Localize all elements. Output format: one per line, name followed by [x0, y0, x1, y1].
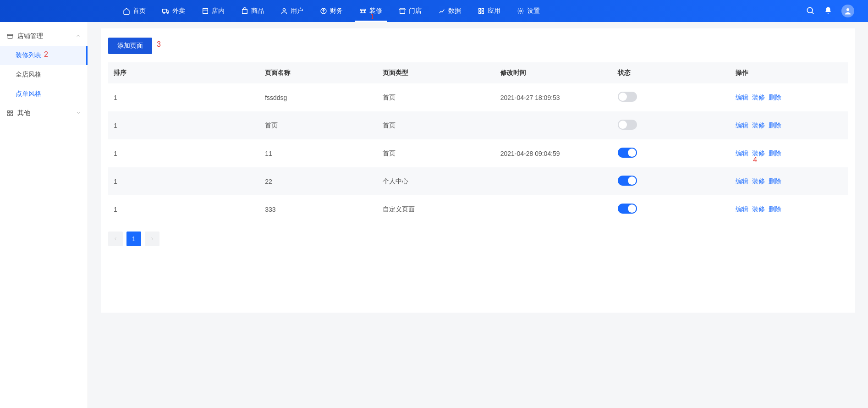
svg-rect-11: [479, 11, 481, 13]
chevron-down-icon: [76, 110, 81, 117]
op-delete[interactable]: 删除: [769, 121, 781, 129]
cell-type: 首页: [377, 83, 495, 111]
svg-point-5: [283, 9, 285, 11]
table-row: 1fssddsg首页2021-04-27 18:09:53编辑装修删除: [108, 83, 848, 111]
op-edit[interactable]: 编辑: [736, 121, 748, 129]
bell-icon[interactable]: [824, 6, 832, 16]
cell-time: 2021-04-28 09:04:59: [495, 139, 613, 167]
nav-user[interactable]: 用户: [272, 0, 312, 22]
table-row: 1首页首页编辑装修删除: [108, 111, 848, 139]
th-time: 修改时间: [495, 62, 613, 83]
store-mgmt-icon: [6, 33, 14, 40]
svg-rect-19: [11, 111, 12, 113]
sidebar-group-other[interactable]: 其他: [0, 104, 88, 123]
main-panel: 添加页面 3 排序 页面名称 页面类型 修改时间 状态 操作 1fssddsg首…: [101, 28, 855, 313]
cell-status: [612, 83, 730, 111]
op-delete[interactable]: 删除: [769, 94, 781, 101]
th-sort: 排序: [108, 62, 259, 83]
decor-icon: [359, 7, 367, 15]
cell-sort: 1: [108, 83, 259, 111]
nav-delivery[interactable]: 外卖: [154, 0, 193, 22]
pagination: 1: [108, 232, 848, 246]
status-toggle[interactable]: [618, 176, 637, 186]
op-edit[interactable]: 编辑: [736, 94, 748, 101]
cell-time: 2021-04-27 18:09:53: [495, 83, 613, 111]
shop-icon: [399, 7, 406, 15]
sidebar-item-store-style[interactable]: 全店风格: [0, 65, 88, 84]
op-decor[interactable]: 装修: [752, 177, 765, 185]
search-icon[interactable]: [806, 6, 815, 17]
annotation-2: 2: [44, 50, 48, 59]
top-nav-items: 首页 外卖 店内 商品 用户 财务 装修 1 门店: [115, 0, 548, 22]
op-decor[interactable]: 装修: [752, 94, 765, 101]
nav-label: 装修: [369, 7, 382, 15]
nav-decor[interactable]: 装修 1: [351, 0, 390, 22]
sidebar-group-label: 店铺管理: [17, 32, 43, 40]
th-name: 页面名称: [259, 62, 377, 83]
op-delete[interactable]: 删除: [769, 205, 781, 213]
op-edit[interactable]: 编辑: [736, 177, 748, 185]
op-delete[interactable]: 删除: [769, 149, 781, 157]
nav-finance[interactable]: 财务: [312, 0, 351, 22]
sidebar-item-decor-list[interactable]: 装修列表 2: [0, 46, 88, 65]
nav-settings[interactable]: 设置: [509, 0, 548, 22]
cell-status: [612, 111, 730, 139]
status-toggle[interactable]: [618, 92, 637, 102]
annotation-4: 4: [753, 156, 757, 164]
nav-apps[interactable]: 应用: [469, 0, 509, 22]
svg-point-1: [164, 12, 165, 14]
topbar-right: [806, 0, 854, 22]
chevron-left-icon: [113, 236, 118, 242]
top-navbar: 首页 外卖 店内 商品 用户 财务 装修 1 门店: [0, 0, 868, 22]
sidebar-group-store[interactable]: 店铺管理: [0, 27, 88, 46]
add-page-button[interactable]: 添加页面: [108, 38, 152, 54]
cell-sort: 1: [108, 167, 259, 195]
svg-rect-7: [360, 9, 366, 11]
svg-point-2: [167, 12, 169, 14]
cell-sort: 1: [108, 139, 259, 167]
nav-data[interactable]: 数据: [430, 0, 469, 22]
nav-label: 财务: [330, 7, 343, 15]
op-decor[interactable]: 装修: [752, 149, 765, 157]
home-icon: [123, 7, 130, 15]
svg-rect-12: [482, 11, 483, 13]
op-decor[interactable]: 装修: [752, 205, 765, 213]
cell-name: 11: [259, 139, 377, 167]
nav-shop[interactable]: 门店: [390, 0, 430, 22]
cell-ops: 编辑装修删除: [730, 167, 848, 195]
op-edit[interactable]: 编辑: [736, 149, 748, 157]
svg-point-15: [846, 8, 849, 11]
finance-icon: [320, 7, 327, 15]
status-toggle[interactable]: [618, 120, 637, 130]
cell-name: fssddsg: [259, 83, 377, 111]
nav-home[interactable]: 首页: [115, 0, 154, 22]
sidebar-item-order-style[interactable]: 点单风格: [0, 84, 88, 104]
nav-label: 首页: [133, 7, 146, 15]
status-toggle[interactable]: [618, 204, 637, 214]
pager-next[interactable]: [145, 232, 159, 246]
sidebar-item-label: 全店风格: [16, 71, 41, 78]
cell-name: 首页: [259, 111, 377, 139]
page-table: 排序 页面名称 页面类型 修改时间 状态 操作 1fssddsg首页2021-0…: [108, 62, 848, 223]
table-row: 122个人中心编辑装修删除: [108, 167, 848, 195]
op-delete[interactable]: 删除: [769, 177, 781, 185]
svg-point-13: [520, 10, 522, 12]
cell-time: [495, 111, 613, 139]
svg-rect-10: [482, 9, 483, 11]
avatar[interactable]: [841, 5, 854, 17]
op-edit[interactable]: 编辑: [736, 205, 748, 213]
pager-prev[interactable]: [108, 232, 123, 246]
svg-rect-4: [242, 10, 247, 14]
sidebar-group-label: 其他: [17, 109, 30, 117]
cell-type: 首页: [377, 111, 495, 139]
pager-page-1[interactable]: 1: [126, 232, 141, 246]
chevron-right-icon: [149, 236, 155, 242]
svg-rect-8: [400, 10, 405, 13]
cell-status: [612, 195, 730, 223]
nav-instore[interactable]: 店内: [193, 0, 233, 22]
nav-goods[interactable]: 商品: [233, 0, 272, 22]
svg-rect-17: [8, 36, 12, 39]
op-decor[interactable]: 装修: [752, 121, 765, 129]
status-toggle[interactable]: [618, 148, 637, 158]
cell-ops: 编辑装修删除4: [730, 139, 848, 167]
